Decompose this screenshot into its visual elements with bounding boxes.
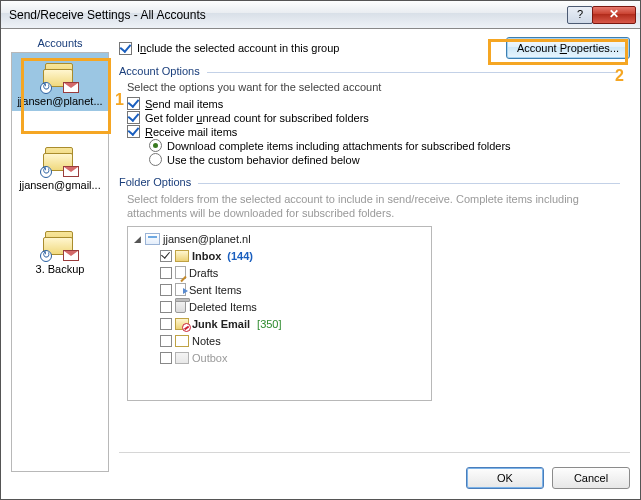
tree-item-notes[interactable]: Notes	[132, 332, 427, 349]
tree-item-junk-email[interactable]: Junk Email[350]	[132, 315, 427, 332]
account-folder-icon	[43, 61, 77, 91]
tree-checkbox[interactable]	[160, 335, 172, 347]
account-properties-button[interactable]: Account Properties...	[506, 37, 630, 59]
account-options-desc: Select the options you want for the sele…	[127, 81, 630, 93]
include-account-checkbox[interactable]: Include the selected account in this gro…	[119, 42, 500, 55]
account-options-title: Account Options	[119, 65, 630, 77]
account-label: jjansen@gmail...	[14, 179, 106, 191]
unread-count-checkbox[interactable]: Get folder unread count for subscribed f…	[127, 111, 630, 124]
tree-item-label: Drafts	[189, 267, 218, 279]
account-item-backup[interactable]: 3. Backup	[12, 221, 108, 279]
tree-item-drafts[interactable]: Drafts	[132, 264, 427, 281]
tree-item-sent-items[interactable]: Sent Items	[132, 281, 427, 298]
account-label: 3. Backup	[14, 263, 106, 275]
out-icon	[175, 352, 189, 364]
accounts-list: jjansen@planet... jjansen@gmail... 3. Ba…	[11, 52, 109, 472]
tree-item-label: Sent Items	[189, 284, 242, 296]
tree-item-outbox[interactable]: Outbox	[132, 349, 427, 366]
tree-item-label: Outbox	[192, 352, 227, 364]
tree-item-inbox[interactable]: Inbox(144)	[132, 247, 427, 264]
account-folder-icon	[43, 229, 77, 259]
account-folder-icon	[43, 145, 77, 175]
checkbox-icon	[127, 111, 140, 124]
send-mail-label: Send mail items	[145, 98, 223, 110]
accounts-panel: Accounts jjansen@planet... jjansen@gmail…	[11, 37, 109, 489]
send-mail-checkbox[interactable]: Send mail items	[127, 97, 630, 110]
folder-options-title: Folder Options	[119, 176, 630, 188]
window-title: Send/Receive Settings - All Accounts	[9, 8, 568, 22]
account-item-gmail[interactable]: jjansen@gmail...	[12, 137, 108, 195]
checkbox-icon	[119, 42, 132, 55]
custom-behavior-radio[interactable]: Use the custom behavior defined below	[149, 153, 630, 166]
tree-checkbox[interactable]	[160, 352, 172, 364]
trash-icon	[175, 300, 186, 313]
folder-options-desc: Select folders from the selected account…	[127, 192, 630, 220]
draft-icon	[175, 266, 186, 279]
tree-root-label: jjansen@planet.nl	[163, 233, 251, 245]
tree-item-count: [350]	[257, 318, 281, 330]
tree-item-label: Notes	[192, 335, 221, 347]
accounts-header: Accounts	[11, 37, 109, 49]
download-complete-label: Download complete items including attach…	[167, 140, 511, 152]
account-item-planet[interactable]: jjansen@planet...	[12, 53, 108, 111]
folder-tree[interactable]: ◢ jjansen@planet.nl Inbox(144)DraftsSent…	[127, 226, 432, 401]
tree-item-count: (144)	[227, 250, 253, 262]
tree-root[interactable]: ◢ jjansen@planet.nl	[132, 230, 427, 247]
account-label: jjansen@planet...	[14, 95, 106, 107]
receive-mail-checkbox[interactable]: Receive mail items	[127, 125, 630, 138]
titlebar[interactable]: Send/Receive Settings - All Accounts ? ✕	[1, 1, 640, 29]
checkbox-icon	[127, 97, 140, 110]
radio-icon	[149, 139, 162, 152]
junk-icon	[175, 318, 189, 330]
help-button[interactable]: ?	[567, 6, 593, 24]
sent-icon	[175, 283, 186, 296]
include-label: Include the selected account in this gro…	[137, 42, 339, 54]
tree-checkbox[interactable]	[160, 301, 172, 313]
annotation-number-2: 2	[615, 67, 624, 85]
tree-checkbox[interactable]	[160, 250, 172, 262]
tree-checkbox[interactable]	[160, 284, 172, 296]
dialog-window: Send/Receive Settings - All Accounts ? ✕…	[0, 0, 641, 500]
collapse-icon[interactable]: ◢	[132, 234, 142, 244]
receive-mail-label: Receive mail items	[145, 126, 237, 138]
tree-item-label: Deleted Items	[189, 301, 257, 313]
tree-checkbox[interactable]	[160, 267, 172, 279]
radio-icon	[149, 153, 162, 166]
custom-behavior-label: Use the custom behavior defined below	[167, 154, 360, 166]
download-complete-radio[interactable]: Download complete items including attach…	[149, 139, 630, 152]
folder-icon	[175, 250, 189, 262]
annotation-number-1: 1	[115, 91, 124, 109]
tree-item-label: Inbox	[192, 250, 221, 262]
tree-item-deleted-items[interactable]: Deleted Items	[132, 298, 427, 315]
tree-checkbox[interactable]	[160, 318, 172, 330]
store-icon	[145, 233, 160, 245]
cancel-button[interactable]: Cancel	[552, 467, 630, 489]
close-button[interactable]: ✕	[592, 6, 636, 24]
note-icon	[175, 335, 189, 347]
tree-item-label: Junk Email	[192, 318, 250, 330]
checkbox-icon	[127, 125, 140, 138]
ok-button[interactable]: OK	[466, 467, 544, 489]
unread-count-label: Get folder unread count for subscribed f…	[145, 112, 369, 124]
